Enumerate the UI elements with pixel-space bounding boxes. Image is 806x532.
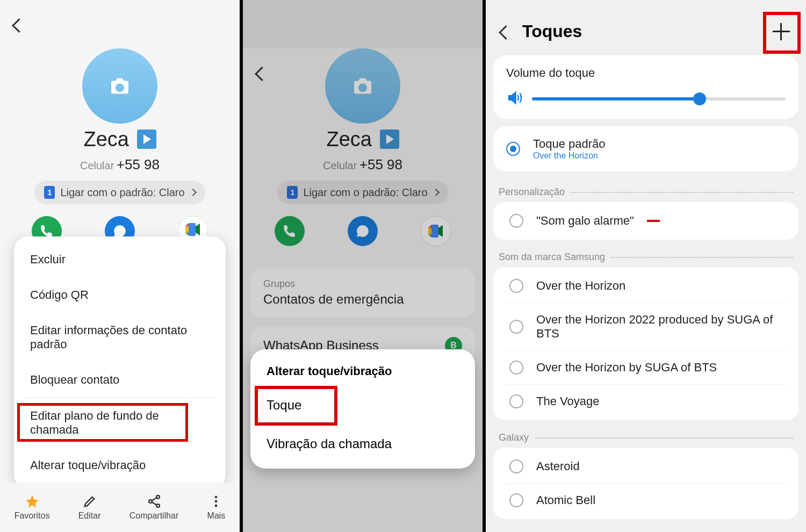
sim-icon: 1: [287, 186, 298, 199]
call-button[interactable]: [275, 216, 305, 246]
remove-icon[interactable]: [647, 220, 660, 222]
svg-rect-1: [189, 223, 196, 236]
add-ringtone-button[interactable]: [772, 22, 791, 41]
radio-button[interactable]: [509, 361, 523, 375]
radio-button[interactable]: [509, 394, 523, 408]
ringtone-item[interactable]: Over the Horizon 2022 produced by SUGA o…: [506, 303, 786, 350]
message-button[interactable]: [348, 216, 378, 246]
back-button[interactable]: [257, 69, 271, 83]
default-ringtone-subtitle: Over the Horizon: [533, 151, 786, 161]
svg-point-6: [215, 500, 218, 503]
more-icon: [208, 494, 224, 509]
volume-icon: [506, 90, 522, 108]
bottom-toolbar: Favoritos Editar Compartilhar Mais: [0, 483, 240, 532]
ringtone-vibration-popup: Alterar toque/vibração Toque Vibração da…: [250, 349, 475, 469]
radio-button[interactable]: [509, 320, 523, 334]
popup-item-vibration[interactable]: Vibração da chamada: [250, 425, 475, 463]
chevron-right-icon: [432, 189, 440, 196]
contact-avatar[interactable]: [82, 48, 157, 124]
phone-line: Celular +55 98: [0, 156, 240, 173]
ringtone-item[interactable]: Atomic Bell: [506, 483, 786, 517]
meet-icon: [428, 225, 443, 238]
radio-button[interactable]: [509, 214, 523, 228]
svg-rect-8: [428, 228, 431, 234]
slider-thumb[interactable]: [693, 92, 706, 105]
phone-line: Celular +55 98: [243, 156, 483, 173]
section-samsung: Som da marca Samsung: [486, 244, 806, 265]
toolbar-favorite[interactable]: Favoritos: [15, 494, 50, 521]
ringtone-item[interactable]: The Voyage: [506, 384, 786, 418]
menu-item-ringtone-vibration[interactable]: Alterar toque/vibração: [14, 448, 226, 483]
ringtone-item[interactable]: Asteroid: [506, 450, 786, 483]
star-icon: [25, 494, 40, 509]
sim-default-chip[interactable]: 1 Ligar com o padrão: Claro: [34, 181, 205, 204]
camera-icon: [109, 77, 131, 95]
default-ringtone-card[interactable]: Toque padrão Over the Horizon: [493, 126, 798, 171]
toolbar-share[interactable]: Compartilhar: [129, 494, 179, 521]
groups-value: Contatos de emergência: [263, 292, 462, 307]
sim-icon: 1: [44, 186, 55, 199]
phone-icon: [283, 224, 297, 238]
samsung-list: Over the Horizon Over the Horizon 2022 p…: [493, 267, 798, 420]
popup-title: Alterar toque/vibração: [250, 362, 475, 386]
radio-default-ringtone[interactable]: [506, 142, 520, 156]
back-button[interactable]: [501, 27, 509, 36]
menu-item-qr[interactable]: Código QR: [14, 277, 226, 313]
camera-icon: [352, 77, 373, 95]
toolbar-more[interactable]: Mais: [207, 494, 226, 521]
video-call-button[interactable]: [421, 216, 451, 246]
svg-point-7: [215, 505, 218, 507]
play-icon: [380, 130, 399, 149]
menu-item-delete[interactable]: Excluir: [14, 242, 226, 277]
contact-actions: [243, 216, 483, 246]
back-button[interactable]: [14, 20, 28, 34]
menu-item-edit-default[interactable]: Editar informações de contato padrão: [14, 313, 226, 362]
toolbar-edit[interactable]: Editar: [78, 494, 101, 521]
ringtone-item[interactable]: Over the Horizon: [506, 269, 786, 303]
groups-label: Grupos: [263, 278, 462, 290]
contact-name: Zeca: [243, 128, 483, 151]
chat-icon: [356, 224, 370, 238]
contact-detail-screen-2: Zeca Celular +55 98 1 Ligar com o padrão…: [243, 0, 486, 532]
contact-avatar[interactable]: [325, 48, 400, 124]
page-title: Toques: [522, 21, 582, 41]
default-ringtone-title: Toque padrão: [533, 137, 786, 151]
ringtones-header: Toques: [486, 0, 806, 52]
volume-slider[interactable]: [532, 97, 786, 100]
menu-item-block[interactable]: Bloquear contato: [14, 362, 226, 398]
radio-button[interactable]: [509, 279, 523, 293]
ringtone-item[interactable]: Over the Horizon by SUGA of BTS: [506, 350, 786, 384]
play-icon: [137, 130, 156, 149]
svg-rect-9: [431, 225, 438, 238]
sim-default-chip[interactable]: 1 Ligar com o padrão: Claro: [277, 181, 448, 204]
context-menu: Excluir Código QR Editar informações de …: [14, 236, 226, 488]
galaxy-list: Asteroid Atomic Bell: [493, 448, 798, 519]
personalization-list: "Som galo alarme": [493, 202, 798, 240]
volume-label: Volume do toque: [506, 66, 786, 80]
groups-card[interactable]: Grupos Contatos de emergência: [250, 268, 475, 318]
share-icon: [147, 494, 162, 509]
ringtones-screen: Toques Volume do toque Toque padrão Over…: [486, 0, 806, 532]
popup-item-ringtone[interactable]: Toque: [250, 386, 475, 425]
svg-point-5: [215, 496, 218, 499]
section-galaxy: Galaxy: [486, 425, 806, 445]
radio-button[interactable]: [509, 493, 523, 507]
contact-name: Zeca: [0, 128, 240, 151]
section-personalization: Personalização: [486, 179, 806, 200]
menu-item-call-background[interactable]: Editar plano de fundo de chamada: [14, 398, 226, 448]
pencil-icon: [82, 494, 97, 509]
contact-detail-screen-1: Zeca Celular +55 98 1 Ligar com o padrão…: [0, 0, 243, 532]
ringtone-item[interactable]: "Som galo alarme": [506, 204, 786, 238]
volume-card: Volume do toque: [493, 55, 798, 119]
chevron-right-icon: [189, 189, 197, 196]
svg-rect-0: [185, 226, 189, 233]
radio-button[interactable]: [509, 459, 523, 473]
